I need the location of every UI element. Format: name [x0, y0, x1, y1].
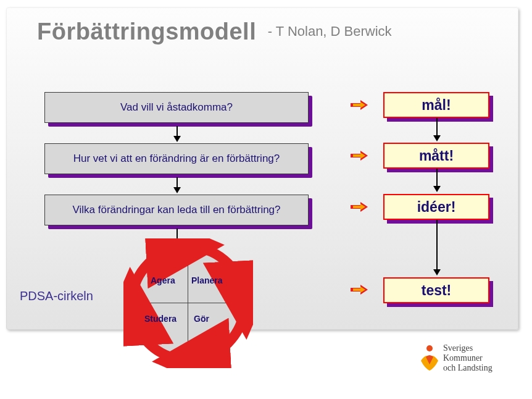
- footer-logo: Sveriges Kommuner och Landsting: [418, 341, 530, 384]
- result-box-3: idéer!: [383, 194, 489, 220]
- down-arrow-2-head: [173, 187, 181, 193]
- logo-icon: [418, 343, 441, 373]
- page-subtitle: - T Nolan, D Berwick: [268, 23, 392, 39]
- question-text-2: Hur vet vi att en förändring är en förbä…: [73, 153, 280, 165]
- down-arrow-1-head: [173, 136, 181, 142]
- arrow-right-icon: [349, 148, 374, 163]
- result-down-arrow-1-head: [433, 135, 441, 141]
- footer-line-2: Kommuner: [443, 353, 493, 363]
- arrow-right-icon: [349, 200, 374, 214]
- result-box-1: mål!: [383, 92, 489, 118]
- result-text-1: mål!: [422, 97, 451, 114]
- result-box-4: test!: [383, 277, 489, 303]
- page-title: Förbättringsmodell: [37, 19, 256, 44]
- footer-org-name: Sveriges Kommuner och Landsting: [443, 343, 493, 373]
- footer-line-1: Sveriges: [443, 343, 493, 353]
- result-text-2: mått!: [419, 148, 454, 164]
- result-down-arrow-2-head: [433, 186, 441, 192]
- question-box-3: Vilka förändringar kan leda till en förb…: [44, 195, 309, 225]
- pdsa-label: PDSA-cirkeln: [20, 289, 93, 303]
- question-text-3: Vilka förändringar kan leda till en förb…: [72, 204, 280, 216]
- footer-line-3: och Landsting: [443, 363, 493, 373]
- arrow-right-icon: [349, 98, 374, 112]
- result-down-arrow-1: [436, 118, 438, 136]
- slide-card: Förbättringsmodell - T Nolan, D Berwick …: [6, 7, 518, 330]
- result-text-3: idéer!: [417, 199, 456, 216]
- result-down-arrow-3: [436, 220, 438, 271]
- question-text-1: Vad vill vi åstadkomma?: [120, 101, 233, 114]
- title-row: Förbättringsmodell - T Nolan, D Berwick: [37, 19, 506, 45]
- pdsa-arrows-icon: [123, 238, 253, 368]
- pdsa-q-studera: Studera: [144, 314, 177, 324]
- question-box-1: Vad vill vi åstadkomma?: [44, 92, 309, 123]
- result-text-4: test!: [422, 282, 452, 299]
- result-down-arrow-3-head: [433, 269, 441, 275]
- pdsa-cycle: Agera Planera Studera Gör: [123, 238, 253, 368]
- result-down-arrow-2: [436, 169, 438, 187]
- question-box-2: Hur vet vi att en förändring är en förbä…: [44, 143, 309, 174]
- pdsa-q-agera: Agera: [151, 275, 175, 285]
- arrow-right-icon: [349, 282, 374, 297]
- pdsa-q-planera: Planera: [191, 275, 223, 285]
- result-box-2: mått!: [383, 143, 489, 169]
- pdsa-q-gor: Gör: [194, 314, 209, 324]
- svg-point-8: [426, 345, 433, 351]
